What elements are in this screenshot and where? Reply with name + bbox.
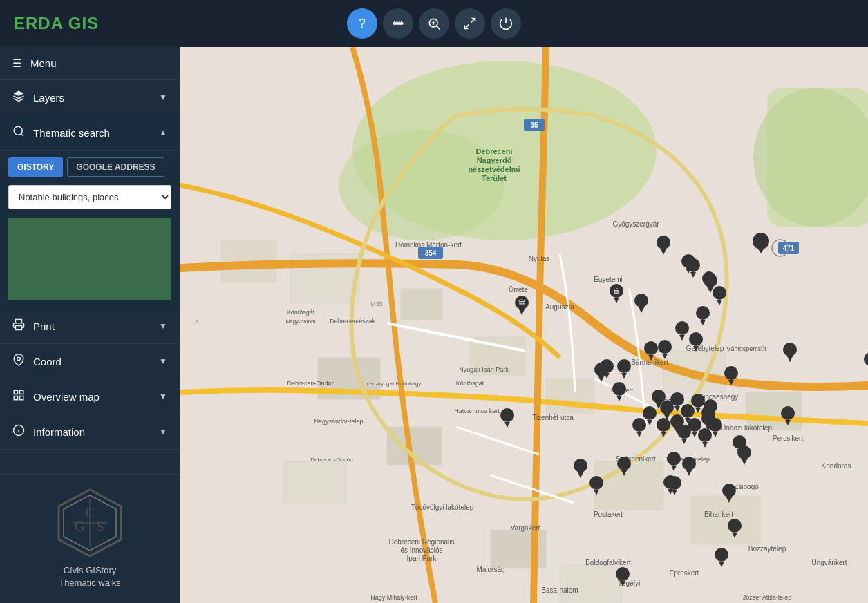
fullscreen-button[interactable]	[455, 8, 485, 39]
print-item[interactable]: Print ▼	[0, 309, 180, 344]
menu-label: Menu	[30, 57, 167, 69]
google-address-button[interactable]: GOOGLE ADDRESS	[67, 157, 164, 177]
svg-rect-42	[594, 461, 663, 510]
svg-point-150	[670, 392, 684, 406]
layers-chevron: ▼	[159, 93, 167, 102]
svg-point-210	[668, 476, 681, 490]
svg-text:Nyugati Ipari Park: Nyugati Ipari Park	[459, 366, 509, 373]
svg-text:nészetvédelmi: nészetvédelmi	[468, 165, 520, 173]
thematic-select[interactable]: Notable buildings, places	[8, 185, 171, 209]
svg-point-196	[715, 548, 728, 562]
svg-text:Debrecen-észak: Debrecen-észak	[330, 318, 375, 325]
logo-erda: ERDA	[14, 14, 63, 32]
svg-point-120	[644, 341, 658, 355]
svg-point-144	[781, 406, 795, 420]
svg-rect-45	[691, 496, 760, 544]
information-chevron: ▼	[159, 427, 167, 437]
svg-text:és Innovációs: és Innovációs	[400, 546, 442, 554]
information-label: Information	[33, 426, 159, 438]
overview-chevron: ▼	[159, 392, 167, 401]
svg-text:Debrecen-Ondód: Debrecen-Ondód	[310, 457, 352, 463]
coord-label: Coord	[33, 356, 159, 367]
svg-point-202	[667, 452, 681, 466]
svg-text:Nagy Mihály-kert: Nagy Mihály-kert	[370, 594, 417, 601]
coord-item[interactable]: Coord ▼	[0, 344, 180, 379]
svg-text:354: 354	[425, 249, 437, 257]
menu-item[interactable]: ☰ Menu	[0, 47, 180, 80]
svg-text:Kincseshegy: Kincseshegy	[699, 393, 739, 401]
svg-text:Ungvárikert: Ungvárikert	[811, 559, 847, 566]
svg-text:Majorság: Majorság	[476, 566, 504, 573]
svg-rect-16	[20, 390, 23, 394]
zoom-button[interactable]	[419, 8, 449, 39]
main-content: ☰ Menu Layers ▼ Thematic search ▲ GISTOR…	[0, 47, 868, 603]
svg-text:Nyulas: Nyulas	[529, 255, 550, 262]
svg-rect-44	[283, 461, 346, 503]
svg-point-204	[682, 457, 696, 470]
svg-line-12	[21, 133, 23, 135]
svg-line-10	[465, 25, 469, 29]
svg-point-140	[724, 366, 738, 380]
svg-text:Nagyerdő: Nagyerdő	[477, 156, 512, 164]
svg-text:József Attila-telep: József Attila-telep	[743, 594, 792, 601]
civis-logo-title: Cívis GIStory Thematic walks	[59, 564, 121, 589]
power-button[interactable]	[491, 8, 521, 39]
menu-icon: ☰	[12, 57, 22, 70]
svg-point-14	[17, 357, 21, 361]
svg-text:Percsikert: Percsikert	[773, 434, 804, 442]
svg-line-9	[471, 19, 475, 23]
svg-point-116	[634, 294, 648, 307]
svg-point-11	[14, 126, 22, 135]
svg-point-188	[589, 476, 603, 490]
svg-rect-13	[16, 326, 22, 330]
map-svg: 35 354 471 4908 Debreceni Nagyerdő nésze…	[180, 47, 868, 603]
svg-rect-36	[401, 289, 442, 320]
svg-point-184	[594, 363, 608, 376]
thematic-map-preview	[8, 218, 171, 300]
svg-text:Vargakert: Vargakert	[511, 524, 540, 532]
thematic-buttons: GISTORY GOOGLE ADDRESS	[0, 151, 180, 182]
svg-point-200	[737, 446, 751, 459]
svg-point-180	[701, 412, 715, 425]
thematic-section: GISTORY GOOGLE ADDRESS Notable buildings…	[0, 151, 180, 309]
coord-chevron: ▼	[159, 356, 167, 366]
svg-point-182	[617, 359, 631, 373]
svg-point-194	[728, 519, 742, 533]
information-item[interactable]: Information ▼	[0, 414, 180, 450]
svg-text:Köntösgát: Köntösgát	[287, 309, 315, 316]
svg-text:Zsibogó: Zsibogó	[734, 483, 759, 490]
svg-text:Bozzaytelep: Bozzaytelep	[748, 545, 786, 553]
measure-button[interactable]	[383, 8, 413, 39]
gistory-button[interactable]: GISTORY	[8, 157, 63, 177]
map-container[interactable]: 35 354 471 4908 Debreceni Nagyerdő nésze…	[180, 47, 868, 603]
svg-text:Debreceni Régionális: Debreceni Régionális	[388, 538, 454, 546]
svg-text:Kondoros: Kondoros	[822, 462, 851, 470]
svg-text:Dobozi lakótelep: Dobozi lakótelep	[721, 424, 772, 432]
svg-point-142	[783, 343, 797, 356]
svg-point-192	[722, 484, 736, 497]
svg-point-176	[702, 271, 716, 285]
svg-text:Sármsnikert: Sármsnikert	[631, 358, 668, 366]
svg-point-134	[657, 236, 670, 249]
svg-text:Biharikert: Biharikert	[704, 510, 733, 518]
svg-text:4: 4	[196, 318, 199, 325]
svg-point-138	[689, 332, 703, 346]
svg-text:Nagy-halom: Nagy-halom	[285, 318, 315, 325]
civis-logo-subtitle: Thematic walks	[59, 577, 121, 589]
civis-logo-section: C G S Cívis GIStory Thematic walks	[0, 474, 180, 603]
svg-point-212	[753, 233, 769, 249]
svg-point-170	[632, 418, 646, 432]
thematic-search-item[interactable]: Thematic search ▲	[0, 115, 180, 151]
svg-text:Gyógyszergyár: Gyógyszergyár	[612, 220, 659, 228]
sidebar: ☰ Menu Layers ▼ Thematic search ▲ GISTOR…	[0, 47, 180, 603]
print-icon	[12, 318, 25, 334]
svg-text:Gerébytelep: Gerébytelep	[686, 345, 724, 352]
svg-point-162	[688, 418, 701, 432]
svg-text:M35: M35	[370, 300, 383, 307]
svg-text:🏛: 🏛	[518, 299, 525, 307]
help-button[interactable]: ?	[347, 8, 377, 39]
overview-map-item[interactable]: Overview map ▼	[0, 379, 180, 414]
layers-item[interactable]: Layers ▼	[0, 80, 180, 115]
svg-point-154	[691, 394, 705, 408]
thematic-search-label: Thematic search	[33, 127, 159, 139]
